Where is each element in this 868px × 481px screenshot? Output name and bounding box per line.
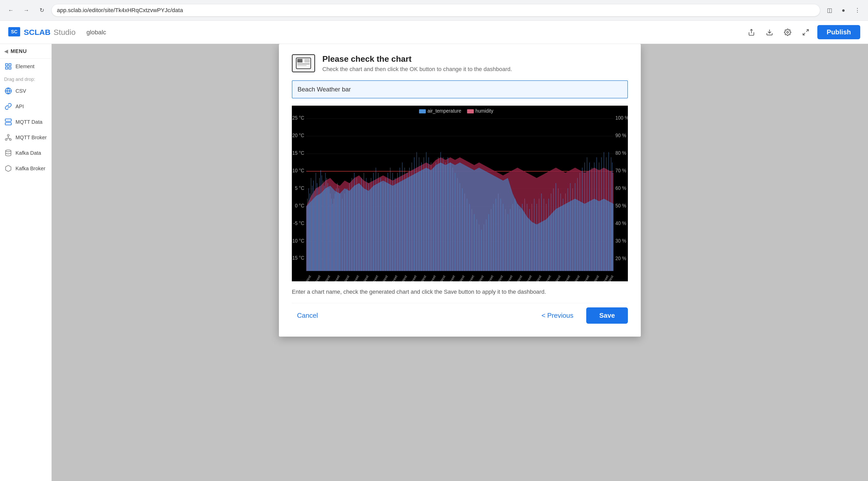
svg-text:20 °C: 20 °C (292, 132, 305, 138)
sidebar-toggle[interactable]: ◀ MENU (0, 44, 52, 59)
dialog-title: Please check the chart (322, 54, 512, 64)
settings-icon-btn[interactable] (781, 26, 794, 39)
browser-back[interactable]: ← (5, 5, 17, 16)
svg-text:90 %: 90 % (616, 132, 626, 138)
svg-text:70 %: 70 % (616, 168, 626, 173)
browser-toolbar: ◫ ● ⋮ (824, 5, 863, 16)
svg-text:air_temperature: air_temperature (428, 108, 461, 114)
svg-text:10 °C: 10 °C (292, 168, 305, 173)
svg-rect-6 (9, 64, 11, 66)
svg-text:-5 °C: -5 °C (293, 220, 305, 226)
svg-point-14 (7, 134, 9, 136)
previous-button[interactable]: < Previous (536, 309, 579, 323)
svg-rect-24 (297, 65, 307, 66)
sidebar: ◀ MENU Element Drag and drop: (0, 44, 52, 481)
logo-studio: Studio (54, 28, 75, 37)
browser-profile[interactable]: ● (838, 5, 849, 16)
sidebar-item-kafka-broker[interactable]: Kafka Broker (0, 161, 52, 176)
kafka-data-icon (4, 149, 12, 157)
browser-reload[interactable]: ↻ (36, 5, 48, 16)
chart-container: 25 °C 20 °C 15 °C 10 °C 5 °C 0 °C -5 °C … (292, 106, 628, 281)
kafka-broker-label: Kafka Broker (16, 166, 45, 171)
mqtt-data-icon (4, 118, 12, 126)
chart-hint: Enter a chart name, check the generated … (292, 289, 628, 295)
svg-text:-15 °C: -15 °C (292, 255, 304, 261)
svg-text:100 %: 100 % (616, 115, 628, 121)
header-right: Publish (745, 25, 860, 39)
cancel-button[interactable]: Cancel (292, 309, 323, 323)
dialog-overlay: Please check the chart Check the chart a… (52, 44, 868, 481)
dialog: Please check the chart Check the chart a… (279, 44, 641, 336)
svg-rect-23 (297, 64, 310, 64)
svg-text:SC: SC (11, 29, 17, 34)
svg-text:25 °C: 25 °C (292, 115, 305, 121)
top-header: SC SCLAB Studio globalc (0, 21, 868, 44)
element-icon (4, 62, 12, 70)
mqtt-broker-label: MQTT Broker (16, 135, 47, 140)
csv-label: CSV (16, 88, 26, 94)
svg-rect-22 (297, 59, 303, 63)
svg-text:15 °C: 15 °C (292, 150, 305, 156)
element-label: Element (16, 64, 34, 69)
mqtt-data-label: MQTT Data (16, 119, 42, 125)
api-label: API (16, 104, 24, 109)
svg-rect-5 (6, 64, 8, 66)
logo-area: SC SCLAB Studio globalc (8, 27, 106, 38)
sidebar-item-element[interactable]: Element (0, 59, 52, 74)
svg-text:-10 °C: -10 °C (292, 238, 304, 244)
svg-text:0 °C: 0 °C (295, 203, 304, 209)
drag-drop-label: Drag and drop: (0, 74, 52, 83)
browser-menu[interactable]: ⋮ (852, 5, 863, 16)
publish-button[interactable]: Publish (817, 25, 860, 39)
browser-extensions[interactable]: ◫ (824, 5, 835, 16)
svg-line-3 (806, 29, 808, 32)
logo: SC (8, 27, 21, 38)
dialog-subtitle: Check the chart and then click the OK bu… (322, 66, 512, 73)
api-icon (4, 102, 12, 110)
chart-name-input[interactable] (292, 81, 628, 98)
svg-text:5 °C: 5 °C (295, 185, 304, 191)
svg-rect-8 (9, 67, 11, 69)
sidebar-item-kafka-data[interactable]: Kafka Data (0, 145, 52, 161)
svg-point-2 (787, 31, 788, 33)
dialog-header: Please check the chart Check the chart a… (292, 54, 628, 73)
main-area: ◀ MENU Element Drag and drop: (0, 44, 868, 481)
svg-rect-55 (419, 109, 426, 114)
app-container: SC SCLAB Studio globalc (0, 21, 868, 481)
svg-rect-25 (305, 59, 310, 63)
breadcrumb: globalc (86, 29, 106, 36)
kafka-data-label: Kafka Data (16, 150, 41, 156)
dialog-icon (292, 54, 315, 72)
browser-url[interactable] (52, 4, 820, 16)
svg-text:60 %: 60 % (616, 185, 626, 191)
svg-line-4 (803, 33, 805, 35)
browser-forward[interactable]: → (21, 5, 32, 16)
menu-label: MENU (10, 48, 27, 54)
mqtt-broker-icon (4, 133, 12, 141)
svg-line-19 (8, 138, 10, 139)
save-button[interactable]: Save (586, 308, 628, 324)
csv-icon (4, 87, 12, 95)
sidebar-item-mqtt-broker[interactable]: MQTT Broker (0, 130, 52, 145)
svg-rect-7 (6, 67, 8, 69)
canvas-area: Please check the chart Check the chart a… (52, 44, 868, 481)
svg-line-18 (6, 138, 8, 139)
svg-text:40 %: 40 % (616, 220, 626, 226)
share-icon-btn[interactable] (745, 26, 758, 39)
svg-text:50 %: 50 % (616, 203, 626, 209)
download-icon-btn[interactable] (763, 26, 776, 39)
dialog-title-area: Please check the chart Check the chart a… (322, 54, 512, 73)
svg-point-20 (6, 150, 11, 152)
browser-chrome: ← → ↻ ◫ ● ⋮ (0, 0, 868, 21)
expand-icon-btn[interactable] (799, 26, 812, 39)
svg-text:humidity: humidity (475, 108, 493, 114)
svg-rect-57 (467, 109, 474, 114)
svg-text:30 %: 30 % (616, 238, 626, 244)
svg-text:80 %: 80 % (616, 150, 626, 156)
sidebar-item-mqtt-data[interactable]: MQTT Data (0, 114, 52, 130)
sidebar-item-api[interactable]: API (0, 99, 52, 114)
kafka-broker-icon (4, 164, 12, 172)
svg-text:20 %: 20 % (616, 255, 626, 261)
sidebar-item-csv[interactable]: CSV (0, 83, 52, 99)
logo-text: SCLAB (24, 28, 51, 37)
